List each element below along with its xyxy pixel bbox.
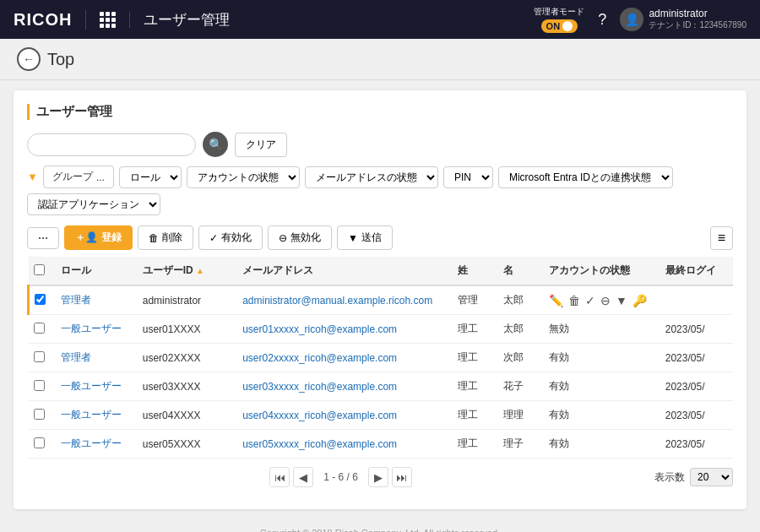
lastname-cell: 理工 <box>453 401 498 430</box>
role-cell[interactable]: 一般ユーザー <box>61 380 122 392</box>
userid-cell: user02XXXX <box>138 344 237 372</box>
account-status-cell: 有効 <box>544 430 660 459</box>
role-cell[interactable]: 一般ユーザー <box>61 323 122 334</box>
footer: Copyright © 2019 Ricoh Company, Ltd. All… <box>0 519 760 532</box>
row-checkbox[interactable] <box>34 437 45 448</box>
lastlogin-cell <box>660 285 733 315</box>
th-select-all[interactable] <box>29 257 56 285</box>
email-cell[interactable]: user03xxxxx_ricoh@example.com <box>242 381 397 393</box>
filter-icon: ▼ <box>27 171 38 183</box>
lastlogin-cell: 2023/05/ <box>660 430 733 459</box>
breadcrumb-text: Top <box>47 50 74 69</box>
row-checkbox[interactable] <box>34 323 45 334</box>
email-cell[interactable]: user05xxxxx_ricoh@example.com <box>242 438 397 450</box>
register-icon: ＋👤 <box>75 231 98 245</box>
table-row: 一般ユーザーuser03XXXXuser03xxxxx_ricoh@exampl… <box>29 372 734 401</box>
sort-button[interactable]: ≡ <box>710 226 733 250</box>
toolbar: ⋯ ＋👤 登録 🗑 削除 ✓ 有効化 ⊖ 無効化 ▼ 送信 ≡ <box>27 225 733 250</box>
select-all-checkbox[interactable] <box>34 264 45 275</box>
admin-mode-label: 管理者モード <box>534 6 584 18</box>
lastname-cell: 理工 <box>453 315 498 344</box>
clear-button[interactable]: クリア <box>235 133 287 157</box>
page-info: 1 - 6 / 6 <box>317 471 365 483</box>
lastname-cell: 理工 <box>453 344 498 372</box>
key-icon[interactable]: 🔑 <box>632 294 647 307</box>
lastlogin-cell: 2023/05/ <box>660 344 733 372</box>
row-checkbox[interactable] <box>34 351 45 362</box>
search-row: 🔍 クリア <box>27 132 733 157</box>
send-label: 送信 <box>361 231 382 245</box>
role-cell[interactable]: 一般ユーザー <box>61 437 122 449</box>
entra-filter[interactable]: Microsoft Entra IDとの連携状態 <box>498 166 673 188</box>
delete-icon[interactable]: 🗑 <box>568 294 580 307</box>
disable-button[interactable]: ⊖ 無効化 <box>268 225 332 250</box>
check-icon[interactable]: ✓ <box>585 294 595 307</box>
block-icon[interactable]: ⊖ <box>600 294 611 307</box>
email-cell[interactable]: user04xxxxx_ricoh@example.com <box>242 410 397 421</box>
row-checkbox[interactable] <box>35 294 46 305</box>
pagination-center: ⏮ ◀ 1 - 6 / 6 ▶ ⏭ <box>27 467 654 487</box>
th-userid[interactable]: ユーザーID ▲ <box>138 257 237 285</box>
app-menu-button[interactable] <box>86 12 130 28</box>
prev-page-button[interactable]: ◀ <box>293 467 313 487</box>
table-row: 一般ユーザーuser01XXXXuser01xxxxx_ricoh@exampl… <box>29 315 734 344</box>
last-page-button[interactable]: ⏭ <box>392 467 412 487</box>
pin-filter[interactable]: PIN <box>443 166 493 188</box>
row-checkbox[interactable] <box>34 380 45 391</box>
th-last-login: 最終ログイ <box>660 257 733 285</box>
role-cell[interactable]: 管理者 <box>61 294 91 306</box>
register-label: 登録 <box>101 231 122 245</box>
search-button[interactable]: 🔍 <box>203 132 228 157</box>
delete-label: 削除 <box>162 231 182 245</box>
account-status-filter[interactable]: アカウントの状態 <box>187 166 300 188</box>
send-icon[interactable]: ▼ <box>616 294 627 307</box>
auth-app-filter[interactable]: 認証アプリケーション <box>27 193 160 215</box>
lastlogin-cell: 2023/05/ <box>660 315 733 344</box>
main-content: ユーザー管理 🔍 クリア ▼ グループ ... ロール アカウントの状態 メール… <box>14 90 746 509</box>
filter-row-2: 認証アプリケーション <box>27 193 733 215</box>
role-filter[interactable]: ロール <box>119 166 182 188</box>
more-button[interactable]: ⋯ <box>27 227 59 249</box>
email-cell[interactable]: user01xxxxx_ricoh@example.com <box>242 323 397 335</box>
group-filter[interactable]: グループ ... <box>43 166 114 188</box>
th-email: メールアドレス <box>237 257 453 285</box>
email-cell[interactable]: administrator@manual.example.ricoh.com <box>242 295 432 307</box>
role-cell[interactable]: 管理者 <box>61 351 91 363</box>
disable-label: 無効化 <box>290 231 321 245</box>
per-page-select[interactable]: 20 10 50 100 <box>690 468 733 486</box>
help-button[interactable]: ? <box>598 11 606 29</box>
lastname-cell: 管理 <box>453 285 498 315</box>
per-page-selector: 表示数 20 10 50 100 <box>654 468 733 486</box>
search-input[interactable] <box>27 133 196 156</box>
header: RICOH ユーザー管理 管理者モード ON ? 👤 administrator… <box>0 0 760 39</box>
row-checkbox[interactable] <box>34 409 45 420</box>
enable-button[interactable]: ✓ 有効化 <box>198 225 263 250</box>
first-page-button[interactable]: ⏮ <box>269 467 290 487</box>
edit-icon[interactable]: ✏️ <box>549 294 563 307</box>
email-status-filter[interactable]: メールアドレスの状態 <box>305 166 438 188</box>
email-cell[interactable]: user02xxxxx_ricoh@example.com <box>242 352 397 364</box>
firstname-cell: 花子 <box>498 372 544 401</box>
account-status-cell: 無効 <box>544 315 660 344</box>
disable-icon: ⊖ <box>279 232 287 244</box>
table-body: 管理者administratoradministrator@manual.exa… <box>29 285 734 459</box>
lastlogin-cell: 2023/05/ <box>660 401 733 430</box>
register-button[interactable]: ＋👤 登録 <box>64 225 133 250</box>
back-button[interactable]: ← <box>17 47 41 71</box>
user-details: administrator テナントID：1234567890 <box>649 8 746 31</box>
user-table: ロール ユーザーID ▲ メールアドレス 姓 名 アカウントの状態 最終ログイ … <box>27 257 733 459</box>
admin-mode-toggle[interactable]: 管理者モード ON <box>534 6 584 33</box>
next-page-button[interactable]: ▶ <box>368 467 388 487</box>
action-icons-cell: ✏️ 🗑 ✓ ⊖ ▼ 🔑 <box>544 285 660 315</box>
th-lastname: 姓 <box>453 257 498 285</box>
table-row: 一般ユーザーuser04XXXXuser04xxxxx_ricoh@exampl… <box>29 401 734 430</box>
send-button[interactable]: ▼ 送信 <box>337 225 393 250</box>
role-cell[interactable]: 一般ユーザー <box>61 409 122 421</box>
userid-cell: user05XXXX <box>138 430 237 459</box>
delete-button[interactable]: 🗑 削除 <box>138 225 193 250</box>
per-page-label: 表示数 <box>654 470 685 485</box>
logo: RICOH <box>14 10 86 30</box>
userid-cell: user03XXXX <box>138 372 237 401</box>
lastlogin-cell: 2023/05/ <box>660 372 733 401</box>
toggle-circle <box>562 21 573 31</box>
